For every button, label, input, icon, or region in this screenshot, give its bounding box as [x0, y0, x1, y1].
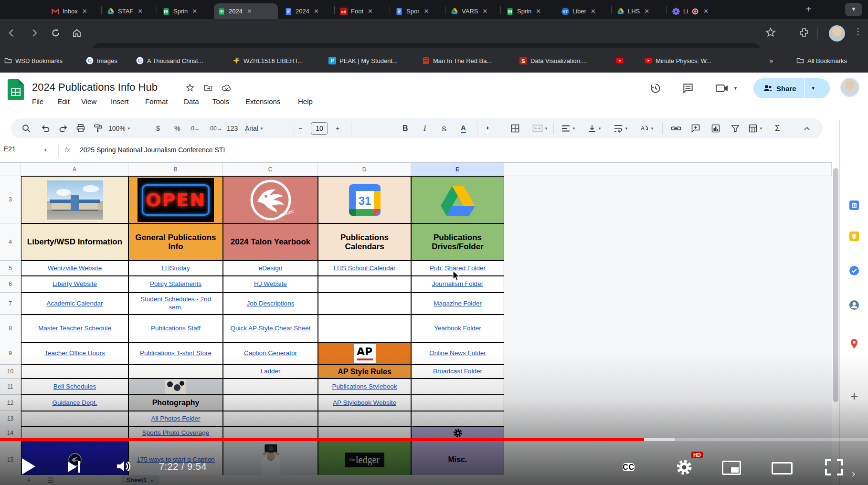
row-header-11[interactable]: 11	[0, 379, 21, 395]
cell-B5[interactable]: LHStoday	[128, 261, 223, 276]
comment-history-icon[interactable]	[682, 82, 694, 96]
google-calendar-icon[interactable]: 31	[848, 200, 860, 211]
row-header-3[interactable]: 3	[0, 176, 21, 223]
cell-B4[interactable]: General Publications Info	[128, 223, 223, 261]
next-overlay-chevron[interactable]: ›	[852, 468, 855, 480]
tab-close-icon[interactable]: ✕	[536, 8, 541, 15]
cell-A4[interactable]: Liberty/WSD Information	[21, 223, 128, 261]
insert-comment-button[interactable]	[691, 118, 700, 138]
column-header-D[interactable]: D	[318, 163, 411, 176]
bookmark-[interactable]: »	[770, 55, 773, 66]
tab-close-icon[interactable]: ✕	[247, 8, 252, 15]
cell-E12[interactable]	[411, 395, 504, 411]
cell-link-A6[interactable]: Liberty Website	[53, 280, 97, 288]
google-keep-icon[interactable]	[848, 231, 860, 242]
cell-link-C10[interactable]: Ladder	[260, 368, 280, 376]
row-header-15[interactable]: 15	[0, 440, 21, 480]
add-sheet-button[interactable]: +	[26, 475, 32, 485]
paint-format-icon[interactable]	[93, 118, 103, 138]
cell-B12[interactable]: Photography	[128, 395, 223, 411]
cell-B9[interactable]: Publications T-shirt Store	[128, 342, 223, 365]
cell-reference-box[interactable]: E21▼	[4, 145, 52, 153]
browser-tab-sprin-2[interactable]: Sprin✕	[159, 3, 211, 19]
cell-B8[interactable]: Publications Staff	[128, 315, 223, 342]
select-all-corner[interactable]	[0, 163, 21, 176]
bookmark-youtube[interactable]	[616, 55, 624, 66]
cell-link-E9[interactable]: Online News Folder	[429, 349, 486, 358]
extensions-icon[interactable]	[798, 27, 810, 40]
menu-format[interactable]: Format	[145, 97, 168, 105]
sheets-logo-icon[interactable]	[8, 79, 24, 102]
increase-font-button[interactable]: +	[336, 118, 339, 138]
cell-A5[interactable]: Wentzville Website	[21, 261, 128, 276]
cell-E4[interactable]: Publications Drives/Folder	[411, 223, 504, 261]
get-add-ons-icon[interactable]	[848, 390, 860, 402]
cell-link-A7[interactable]: Academic Calendar	[47, 300, 103, 308]
menu-help[interactable]: Help	[298, 97, 313, 105]
cell-B3[interactable]: OPEN	[128, 176, 223, 223]
format-currency-button[interactable]: $	[156, 118, 160, 138]
browser-tab-2024-4[interactable]: 2024✕	[281, 3, 333, 19]
cell-link-C7[interactable]: Job Descriptions	[247, 300, 295, 308]
cell-D13[interactable]	[318, 411, 411, 426]
increase-decimal-button[interactable]: .00→	[209, 118, 222, 138]
version-history-icon[interactable]	[649, 82, 662, 96]
cell-B15[interactable]: 175 ways to start a Caption	[128, 440, 223, 480]
next-button[interactable]	[68, 461, 80, 473]
menu-data[interactable]: Data	[184, 97, 199, 105]
bookmark-wzhl1516-libert[interactable]: WZHL1516 LIBERT...	[233, 55, 303, 66]
cell-link-B9[interactable]: Publications T-shirt Store	[140, 349, 212, 358]
row-header-4[interactable]: 4	[0, 223, 21, 261]
italic-button[interactable]: I	[423, 118, 426, 138]
cell-D7[interactable]	[318, 293, 411, 315]
cell-link-B6[interactable]: Policy Statements	[150, 280, 201, 288]
cloud-status-icon[interactable]	[222, 83, 232, 95]
tab-close-icon[interactable]: ✕	[192, 8, 197, 15]
menu-extensions[interactable]: Extensions	[245, 97, 280, 105]
row-header-7[interactable]: 7	[0, 293, 21, 315]
browser-tab-inbox-0[interactable]: Inbox✕	[48, 3, 100, 19]
browser-menu-icon[interactable]: ⋮	[854, 26, 862, 37]
cell-D9[interactable]: AP	[318, 342, 411, 365]
cell-C10[interactable]: Ladder	[223, 365, 318, 379]
bookmark-a-thousand-christ[interactable]: GA Thousand Christ...	[136, 55, 203, 66]
cell-C3[interactable]: YEARBOOK	[223, 176, 318, 223]
tab-close-icon[interactable]: ✕	[591, 8, 596, 15]
cell-C6[interactable]: HJ Website	[223, 276, 318, 293]
menu-tools[interactable]: Tools	[212, 97, 229, 105]
cell-A3[interactable]	[21, 176, 128, 223]
insert-link-button[interactable]	[671, 118, 681, 138]
create-filter-button[interactable]	[731, 118, 740, 138]
cell-B14[interactable]: Sports Photo Coverage	[128, 426, 223, 440]
bookmark-minute-physics-w[interactable]: Minute Physics: W...	[645, 55, 711, 66]
closed-captions-button[interactable]: CC	[623, 460, 635, 475]
cell-link-B13[interactable]: All Photos Folder	[151, 415, 201, 423]
cell-E10[interactable]: Broadcast Folder	[411, 365, 504, 379]
cell-link-A12[interactable]: Guidance Dept.	[53, 399, 97, 407]
cell-link-C8[interactable]: Quick AP Style Cheat Sheet	[231, 325, 311, 333]
row-header-5[interactable]: 5	[0, 261, 21, 276]
document-title[interactable]: 2024 Publications Info Hub	[32, 81, 158, 94]
cell-C4[interactable]: 2024 Talon Yearbook	[223, 223, 318, 261]
menu-edit[interactable]: Edit	[57, 97, 70, 105]
search-icon[interactable]	[21, 118, 31, 138]
cell-E11[interactable]	[411, 379, 504, 395]
cell-link-A5[interactable]: Wentzville Website	[48, 264, 102, 273]
redo-icon[interactable]	[59, 118, 68, 138]
more-formats-button[interactable]: 123	[227, 118, 238, 138]
row-header-13[interactable]: 13	[0, 411, 21, 426]
cell-D12[interactable]: AP Stylebook Website	[318, 395, 411, 411]
browser-tab-lhs-10[interactable]: LHS✕	[613, 3, 666, 19]
cell-link-E8[interactable]: Yearbook Folder	[434, 325, 481, 333]
row-header-8[interactable]: 8	[0, 315, 21, 342]
bookmark-data-visualization[interactable]: SData Visualization:...	[519, 55, 587, 66]
format-percent-button[interactable]: %	[174, 118, 180, 138]
decrease-font-button[interactable]: −	[298, 118, 302, 138]
cell-D5[interactable]: LHS School Calendar	[318, 261, 411, 276]
forward-icon[interactable]	[29, 28, 39, 40]
cell-A8[interactable]: Master Teacher Schedule	[21, 315, 128, 342]
browser-tab-vars-7[interactable]: VARS✕	[447, 3, 499, 19]
move-folder-icon[interactable]	[203, 83, 213, 95]
cell-E9[interactable]: Online News Folder	[411, 342, 504, 365]
tab-close-icon[interactable]: ✕	[314, 8, 319, 15]
